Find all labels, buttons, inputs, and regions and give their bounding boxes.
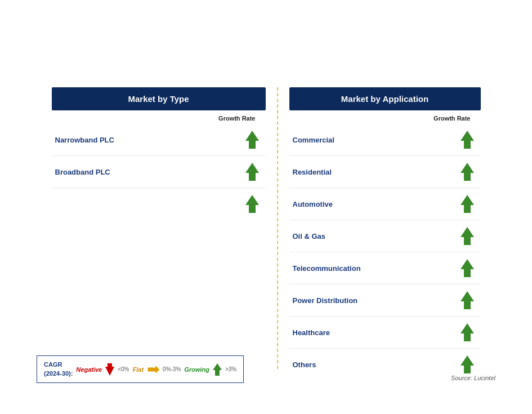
- legend-cagr-label: CAGR (2024-30):: [44, 360, 73, 378]
- legend-growing-item: Growing >3%: [184, 362, 236, 377]
- legend-negative-item: Negative <0%: [76, 362, 129, 377]
- left-row-extra: [52, 188, 266, 220]
- oil-gas-arrow-icon: [459, 226, 475, 246]
- right-row-residential: Residential: [289, 156, 481, 188]
- svg-marker-3: [461, 131, 474, 149]
- right-row-commercial: Commercial: [289, 124, 481, 156]
- right-growth-label: Growth Rate: [289, 115, 481, 122]
- left-row-broadband: Broadband PLC: [52, 156, 266, 188]
- right-header: Market by Application: [289, 87, 481, 110]
- others-label: Others: [293, 360, 316, 369]
- right-row-oil-gas: Oil & Gas: [289, 220, 481, 252]
- right-panel: Market by Application Growth Rate Commer…: [289, 87, 481, 380]
- legend-flat-label: Flat: [133, 366, 144, 373]
- narrowband-label: Narrowband PLC: [55, 136, 114, 144]
- automotive-label: Automotive: [293, 200, 333, 208]
- legend-flat-arrow-icon: [146, 364, 160, 375]
- svg-marker-12: [148, 366, 160, 373]
- broadband-arrow-icon: [244, 162, 260, 182]
- legend-negative-arrow-icon: [104, 362, 115, 377]
- healthcare-label: Healthcare: [293, 328, 330, 337]
- vertical-divider: [277, 87, 278, 369]
- svg-marker-11: [105, 363, 114, 376]
- telecom-label: Telecommunication: [293, 264, 361, 273]
- automotive-arrow-icon: [459, 194, 475, 214]
- right-row-telecom: Telecommunication: [289, 252, 481, 284]
- broadband-label: Broadband PLC: [55, 168, 110, 176]
- commercial-label: Commercial: [293, 136, 334, 144]
- legend-growing-label: Growing: [184, 366, 209, 373]
- right-row-healthcare: Healthcare: [289, 317, 481, 349]
- extra-arrow-icon: [244, 194, 260, 214]
- legend-negative-label: Negative: [76, 366, 102, 373]
- oil-gas-label: Oil & Gas: [293, 232, 326, 241]
- svg-marker-0: [245, 131, 259, 149]
- svg-marker-5: [461, 195, 474, 213]
- telecom-arrow-icon: [459, 258, 475, 278]
- residential-arrow-icon: [459, 162, 475, 182]
- svg-marker-1: [245, 163, 259, 181]
- healthcare-arrow-icon: [459, 322, 475, 342]
- left-growth-label: Growth Rate: [52, 115, 266, 122]
- svg-marker-4: [461, 163, 474, 181]
- legend-growing-arrow-icon: [212, 362, 223, 377]
- svg-marker-13: [213, 363, 222, 376]
- others-arrow-icon: [459, 354, 475, 375]
- left-row-narrowband: Narrowband PLC: [52, 124, 266, 156]
- left-header: Market by Type: [52, 87, 266, 110]
- narrowband-arrow-icon: [244, 130, 260, 150]
- source-text: Source: Lucintel: [451, 375, 495, 381]
- svg-marker-6: [461, 227, 474, 245]
- power-dist-label: Power Distribution: [293, 296, 358, 305]
- legend-flat-item: Flat 0%-3%: [133, 364, 181, 375]
- svg-marker-9: [461, 323, 474, 341]
- power-dist-arrow-icon: [459, 290, 475, 310]
- left-panel: Market by Type Growth Rate Narrowband PL…: [52, 87, 266, 220]
- commercial-arrow-icon: [459, 130, 475, 150]
- right-row-power-dist: Power Distribution: [289, 284, 481, 317]
- legend-growing-value: >3%: [225, 366, 236, 372]
- svg-marker-8: [461, 291, 474, 309]
- svg-marker-10: [461, 355, 474, 373]
- svg-marker-2: [245, 195, 259, 213]
- residential-label: Residential: [293, 168, 332, 176]
- legend-flat-value: 0%-3%: [163, 366, 181, 372]
- legend-box: CAGR (2024-30): Negative <0% Flat 0%-3% …: [37, 355, 244, 383]
- svg-marker-7: [461, 259, 474, 277]
- legend-negative-value: <0%: [118, 366, 129, 372]
- right-row-automotive: Automotive: [289, 188, 481, 220]
